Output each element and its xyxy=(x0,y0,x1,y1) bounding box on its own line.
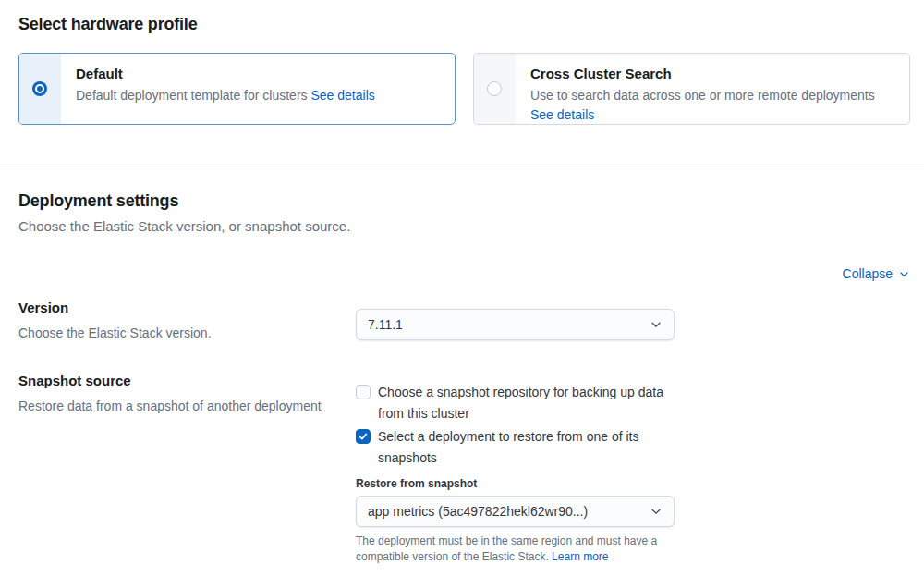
checkbox-unchecked-icon[interactable] xyxy=(356,385,371,399)
version-row: Version Choose the Elastic Stack version… xyxy=(18,298,910,343)
card-description-text: Default deployment template for clusters xyxy=(76,88,308,103)
learn-more-link[interactable]: Learn more xyxy=(552,550,608,563)
restore-snapshot-select[interactable]: app metrics (5ac497822hekl62wr90...) xyxy=(356,496,675,527)
chevron-down-icon xyxy=(650,318,663,331)
profile-card-cross-cluster-search[interactable]: Cross Cluster Search Use to search data … xyxy=(473,53,910,125)
snapshot-label-column: Snapshot source Restore data from a snap… xyxy=(18,371,337,565)
page-title: Select hardware profile xyxy=(18,13,910,35)
checkbox-label: Choose a snapshot repository for backing… xyxy=(378,382,675,424)
collapse-row: Collapse xyxy=(18,265,910,282)
radio-dot-icon xyxy=(35,84,44,93)
see-details-link[interactable]: See details xyxy=(530,107,594,122)
version-select-value: 7.11.1 xyxy=(368,317,403,332)
chevron-down-icon xyxy=(898,268,910,280)
restore-helper-text: The deployment must be in the same regio… xyxy=(356,534,675,565)
version-select[interactable]: 7.11.1 xyxy=(356,309,675,340)
hardware-profile-cards: Default Default deployment template for … xyxy=(18,53,910,125)
deployment-settings-header: Deployment settings Choose the Elastic S… xyxy=(18,190,910,237)
card-description: Default deployment template for clusters… xyxy=(76,86,375,105)
checkbox-row-snapshot-repository[interactable]: Choose a snapshot repository for backing… xyxy=(356,382,675,424)
card-title: Default xyxy=(76,64,375,84)
restore-snapshot-select-value: app metrics (5ac497822hekl62wr90...) xyxy=(368,504,588,519)
snapshot-source-row: Snapshot source Restore data from a snap… xyxy=(18,371,910,565)
version-control-column: 7.11.1 xyxy=(356,298,675,343)
see-details-link[interactable]: See details xyxy=(310,88,374,103)
version-label: Version xyxy=(18,298,337,317)
snapshot-source-label: Snapshot source xyxy=(18,371,337,390)
section-title: Deployment settings xyxy=(18,190,910,212)
version-label-column: Version Choose the Elastic Stack version… xyxy=(18,298,337,343)
snapshot-source-description: Restore data from a snapshot of another … xyxy=(18,397,337,416)
collapse-label: Collapse xyxy=(843,266,893,281)
card-description: Use to search data across one or more re… xyxy=(530,86,894,125)
card-body: Cross Cluster Search Use to search data … xyxy=(516,54,909,124)
radio-cross-cluster-search[interactable] xyxy=(487,81,502,96)
radio-strip xyxy=(19,54,61,124)
profile-card-default[interactable]: Default Default deployment template for … xyxy=(18,53,456,125)
checkbox-row-restore-deployment[interactable]: Select a deployment to restore from one … xyxy=(356,426,675,469)
checkbox-checked-icon[interactable] xyxy=(356,429,371,444)
radio-default[interactable] xyxy=(32,81,47,96)
card-description-text: Use to search data across one or more re… xyxy=(530,88,875,103)
section-subtitle: Choose the Elastic Stack version, or sna… xyxy=(18,216,910,237)
chevron-down-icon xyxy=(650,505,663,518)
helper-text: The deployment must be in the same regio… xyxy=(356,534,657,563)
check-icon xyxy=(358,431,369,442)
radio-strip xyxy=(474,54,516,124)
deployment-settings-page: Select hardware profile Default Default … xyxy=(0,0,924,577)
checkbox-label: Select a deployment to restore from one … xyxy=(378,426,675,469)
card-body: Default Default deployment template for … xyxy=(61,54,390,124)
collapse-link[interactable]: Collapse xyxy=(843,266,910,281)
restore-from-snapshot-label: Restore from snapshot xyxy=(356,476,675,491)
card-title: Cross Cluster Search xyxy=(530,64,894,84)
version-description: Choose the Elastic Stack version. xyxy=(18,324,337,343)
snapshot-control-column: Choose a snapshot repository for backing… xyxy=(356,371,675,565)
section-divider xyxy=(0,166,924,166)
